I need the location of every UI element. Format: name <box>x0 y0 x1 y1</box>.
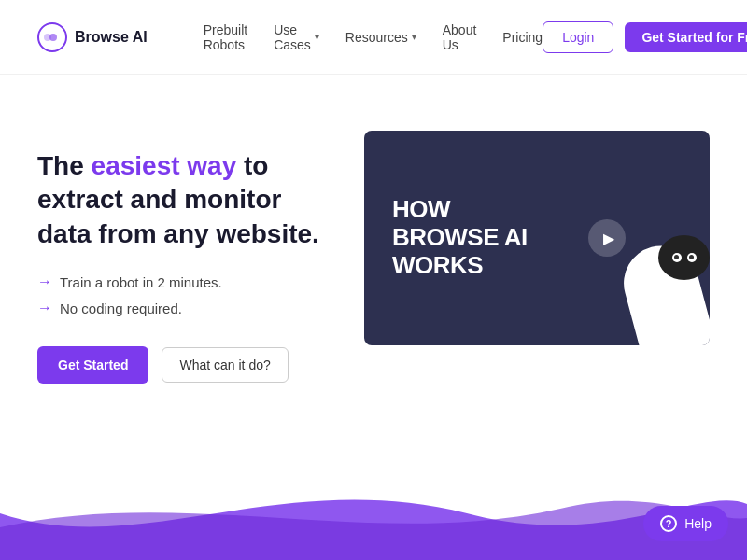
nav-actions: Login Get Started for Free <box>543 21 747 53</box>
logo-text: Browse AI <box>75 29 148 46</box>
feature-2: → No coding required. <box>37 300 327 316</box>
chevron-down-icon: ▾ <box>412 32 416 42</box>
login-button[interactable]: Login <box>543 21 613 53</box>
hero-left: The easiest way to extract and monitor d… <box>37 131 327 384</box>
robot-eye-right <box>687 253 697 262</box>
what-can-button[interactable]: What can it do? <box>162 347 288 383</box>
nav-resources[interactable]: Resources ▾ <box>345 30 416 45</box>
nav-pricing[interactable]: Pricing <box>502 30 543 45</box>
hero-title: The easiest way to extract and monitor d… <box>37 149 327 251</box>
logo-icon <box>37 22 67 52</box>
wave-section <box>0 457 747 560</box>
video-container[interactable]: HOW BROWSE AI WORKS ▶ <box>364 131 710 345</box>
hero-title-prefix: The <box>37 151 92 180</box>
main-content: The easiest way to extract and monitor d… <box>0 75 747 384</box>
nav-about-us[interactable]: About Us <box>443 22 477 52</box>
nav-prebuilt-robots[interactable]: Prebuilt Robots <box>204 22 247 52</box>
play-icon: ▶ <box>603 230 614 247</box>
chevron-down-icon: ▾ <box>315 32 319 42</box>
hero-right: HOW BROWSE AI WORKS ▶ <box>364 131 710 345</box>
wave-svg <box>0 457 747 560</box>
get-started-button[interactable]: Get Started <box>37 346 148 384</box>
arrow-icon: → <box>37 300 52 316</box>
nav-links: Prebuilt Robots Use Cases ▾ Resources ▾ … <box>204 22 543 52</box>
feature-1: → Train a robot in 2 minutes. <box>37 273 327 290</box>
get-started-nav-button[interactable]: Get Started for Free <box>625 22 747 52</box>
play-button[interactable]: ▶ <box>588 219 626 257</box>
help-button[interactable]: ? Help <box>643 506 728 541</box>
hero-buttons: Get Started What can it do? <box>37 346 327 384</box>
video-text: HOW BROWSE AI WORKS <box>392 196 528 280</box>
robot-head <box>658 235 710 280</box>
robot-eye-left <box>672 253 682 262</box>
svg-point-1 <box>49 34 57 41</box>
navigation: Browse AI Prebuilt Robots Use Cases ▾ Re… <box>0 0 747 75</box>
help-icon: ? <box>660 515 677 532</box>
hero-title-highlight: easiest way <box>92 151 237 180</box>
logo[interactable]: Browse AI <box>37 22 148 52</box>
hero-features: → Train a robot in 2 minutes. → No codin… <box>37 273 327 316</box>
nav-use-cases[interactable]: Use Cases ▾ <box>274 22 319 52</box>
arrow-icon: → <box>37 273 52 290</box>
